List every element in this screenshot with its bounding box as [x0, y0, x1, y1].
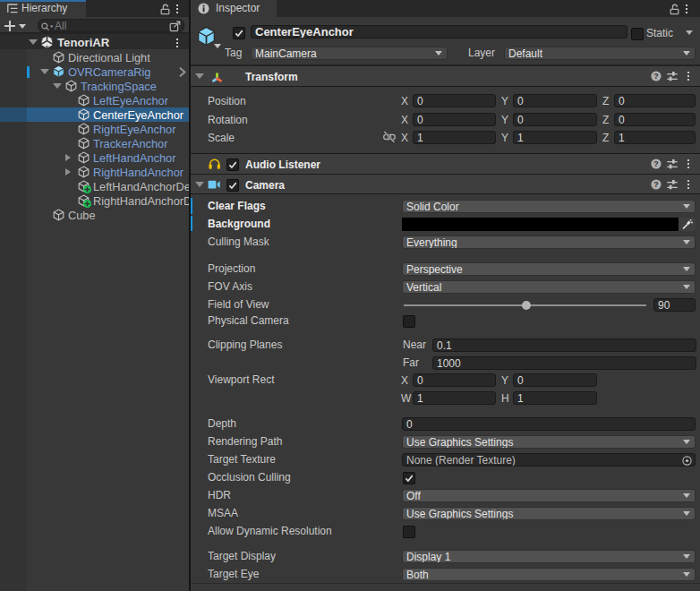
svg-text:?: ?	[653, 72, 658, 81]
svg-text:?: ?	[653, 159, 658, 168]
svg-text:?: ?	[653, 180, 658, 189]
